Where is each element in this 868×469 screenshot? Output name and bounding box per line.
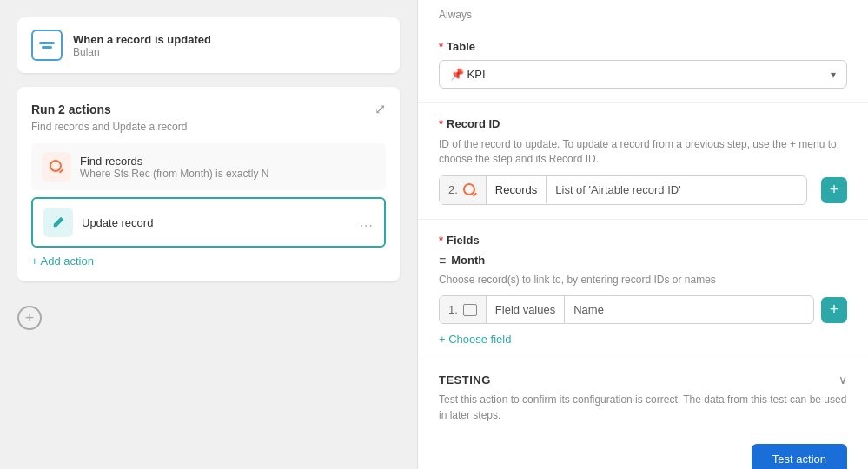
field-row-wrapper: 1. Field values Name + — [439, 295, 847, 324]
find-records-label: Find records — [80, 155, 268, 168]
action-item-text: Find records Where Sts Rec (from Month) … — [80, 155, 268, 180]
left-panel: When a record is updated Bulan Run 2 act… — [0, 0, 417, 469]
trigger-text: When a record is updated Bulan — [73, 33, 211, 58]
trigger-icon-line-bottom — [42, 46, 52, 49]
search-icon — [50, 160, 63, 174]
fields-label-text: Fields — [447, 234, 480, 247]
month-label: Month — [451, 254, 485, 267]
fields-label: * Fields — [439, 234, 847, 247]
add-node-button[interactable]: + — [17, 306, 42, 330]
record-id-row[interactable]: 2. Records List of 'Airtable record ID' — [439, 175, 807, 205]
update-record-icon-box — [43, 208, 73, 237]
calendar-icon — [463, 304, 477, 316]
table-required-star: * — [439, 40, 443, 53]
find-records-icon-box — [42, 152, 71, 182]
update-record-label: Update record — [82, 216, 351, 229]
record-id-value: List of 'Airtable record ID' — [547, 176, 806, 203]
field-name: Name — [565, 296, 613, 323]
actions-header: Run 2 actions ⤢ — [31, 101, 386, 117]
chevron-down-icon: ▾ — [831, 69, 836, 81]
fields-section: * Fields ≡ Month Choose record(s) to lin… — [418, 220, 868, 361]
trigger-icon — [31, 30, 63, 61]
field-number: 1. — [448, 303, 458, 316]
record-id-tag: Records — [487, 176, 547, 203]
record-id-label: * Record ID — [439, 117, 847, 130]
field-link-desc: Choose record(s) to link to, by entering… — [439, 273, 847, 287]
field-tag: Field values — [487, 296, 565, 323]
trigger-icon-line-top — [39, 42, 55, 44]
pen-icon — [51, 215, 65, 229]
right-panel: Always * Table 📌 KPI ▾ * Record ID ID of… — [417, 0, 868, 469]
expand-icon[interactable]: ⤢ — [374, 101, 386, 117]
record-id-description: ID of the record to update. To update a … — [439, 137, 847, 167]
testing-chevron-icon: ∨ — [838, 373, 847, 386]
table-field-label: * Table — [439, 40, 847, 53]
testing-header[interactable]: TESTING ∨ — [439, 373, 847, 386]
choose-field-button[interactable]: + Choose field — [439, 333, 847, 346]
table-section: * Table 📌 KPI ▾ — [418, 26, 868, 103]
month-icon: ≡ — [439, 254, 446, 268]
actions-title: Run 2 actions — [31, 102, 111, 116]
step-number: 2. — [448, 183, 458, 196]
record-id-plus-button[interactable]: + — [821, 177, 847, 203]
add-action-button[interactable]: + Add action — [31, 254, 386, 268]
record-id-row-wrapper: 2. Records List of 'Airtable record ID' … — [439, 175, 847, 205]
testing-title: TESTING — [439, 373, 491, 386]
trigger-title: When a record is updated — [73, 33, 211, 46]
record-id-label-text: Record ID — [447, 117, 500, 130]
trigger-subtitle: Bulan — [73, 46, 211, 58]
testing-description: Test this action to confirm its configur… — [439, 392, 847, 423]
record-id-star: * — [439, 117, 443, 130]
trigger-card: When a record is updated Bulan — [17, 17, 400, 73]
record-id-step-num: 2. — [440, 176, 487, 204]
always-label: Always — [418, 0, 868, 26]
action-item-update-record[interactable]: Update record ... — [31, 197, 386, 248]
month-section-header: ≡ Month — [439, 254, 847, 268]
step-search-icon — [463, 183, 477, 197]
table-label-text: Table — [447, 40, 475, 53]
test-action-button[interactable]: Test action — [752, 444, 847, 469]
find-records-sublabel: Where Sts Rec (from Month) is exactly N — [80, 168, 268, 180]
field-plus-button[interactable]: + — [821, 297, 847, 323]
record-id-section: * Record ID ID of the record to update. … — [418, 103, 868, 220]
action-item-find-records[interactable]: Find records Where Sts Rec (from Month) … — [31, 143, 386, 190]
table-value: 📌 KPI — [450, 68, 486, 81]
fields-star: * — [439, 234, 443, 247]
action-menu-button[interactable]: ... — [360, 215, 374, 230]
field-step-num: 1. — [440, 296, 487, 323]
actions-subtitle: Find records and Update a record — [31, 121, 386, 133]
actions-card: Run 2 actions ⤢ Find records and Update … — [17, 87, 400, 281]
field-row[interactable]: 1. Field values Name — [439, 295, 814, 324]
testing-section: TESTING ∨ Test this action to confirm it… — [418, 360, 868, 446]
table-select[interactable]: 📌 KPI ▾ — [439, 60, 847, 89]
